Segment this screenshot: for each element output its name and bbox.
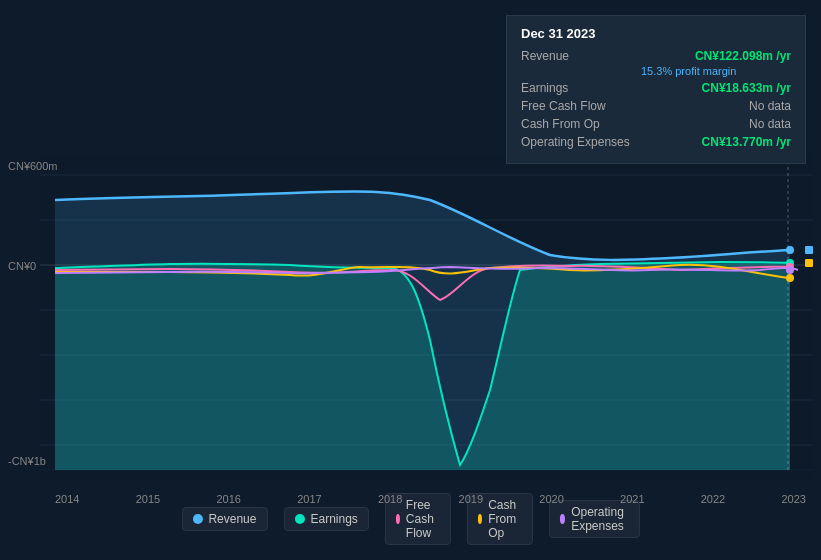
svg-rect-17 bbox=[805, 259, 813, 267]
legend-dot-earnings bbox=[294, 514, 304, 524]
x-label-2015: 2015 bbox=[136, 493, 160, 505]
legend-dot-revenue bbox=[192, 514, 202, 524]
tooltip-value-cfo: No data bbox=[749, 117, 791, 131]
svg-point-11 bbox=[786, 246, 794, 254]
tooltip-label-revenue: Revenue bbox=[521, 49, 641, 63]
profit-margin: 15.3% profit margin bbox=[521, 65, 791, 77]
x-label-2019: 2019 bbox=[459, 493, 483, 505]
legend-item-revenue[interactable]: Revenue bbox=[181, 507, 267, 531]
legend-dot-fcf bbox=[396, 514, 400, 524]
legend-label-revenue: Revenue bbox=[208, 512, 256, 526]
tooltip-row-fcf: Free Cash Flow No data bbox=[521, 99, 791, 113]
x-label-2021: 2021 bbox=[620, 493, 644, 505]
tooltip-value-opex: CN¥13.770m /yr bbox=[702, 135, 791, 149]
legend-dot-opex bbox=[560, 514, 565, 524]
x-label-2018: 2018 bbox=[378, 493, 402, 505]
x-label-2016: 2016 bbox=[216, 493, 240, 505]
legend-label-earnings: Earnings bbox=[310, 512, 357, 526]
legend-dot-cfo bbox=[478, 514, 482, 524]
tooltip-row-earnings: Earnings CN¥18.633m /yr bbox=[521, 81, 791, 95]
tooltip-row-opex: Operating Expenses CN¥13.770m /yr bbox=[521, 135, 791, 149]
tooltip-date: Dec 31 2023 bbox=[521, 26, 791, 41]
tooltip-box: Dec 31 2023 Revenue CN¥122.098m /yr 15.3… bbox=[506, 15, 806, 164]
y-label-bot: -CN¥1b bbox=[8, 455, 46, 467]
legend-item-earnings[interactable]: Earnings bbox=[283, 507, 368, 531]
tooltip-label-fcf: Free Cash Flow bbox=[521, 99, 641, 113]
tooltip-row-revenue: Revenue CN¥122.098m /yr bbox=[521, 49, 791, 63]
svg-rect-16 bbox=[805, 246, 813, 254]
x-label-2023: 2023 bbox=[781, 493, 805, 505]
tooltip-value-earnings: CN¥18.633m /yr bbox=[702, 81, 791, 95]
tooltip-value-fcf: No data bbox=[749, 99, 791, 113]
y-label-top: CN¥600m bbox=[8, 160, 58, 172]
chart-container: CN¥600m CN¥0 -CN¥1b Dec 31 2023 Revenue … bbox=[0, 0, 821, 560]
y-label-mid: CN¥0 bbox=[8, 260, 36, 272]
x-label-2014: 2014 bbox=[55, 493, 79, 505]
tooltip-value-revenue: CN¥122.098m /yr bbox=[695, 49, 791, 63]
tooltip-row-cfo: Cash From Op No data bbox=[521, 117, 791, 131]
legend-label-opex: Operating Expenses bbox=[571, 505, 628, 533]
x-label-2022: 2022 bbox=[701, 493, 725, 505]
x-label-2020: 2020 bbox=[539, 493, 563, 505]
tooltip-label-cfo: Cash From Op bbox=[521, 117, 641, 131]
legend-item-opex[interactable]: Operating Expenses bbox=[549, 500, 640, 538]
svg-point-14 bbox=[786, 274, 794, 282]
svg-point-15 bbox=[786, 266, 794, 274]
x-axis-labels: 2014 2015 2016 2017 2018 2019 2020 2021 … bbox=[55, 493, 806, 505]
tooltip-label-earnings: Earnings bbox=[521, 81, 641, 95]
x-label-2017: 2017 bbox=[297, 493, 321, 505]
tooltip-label-opex: Operating Expenses bbox=[521, 135, 641, 149]
